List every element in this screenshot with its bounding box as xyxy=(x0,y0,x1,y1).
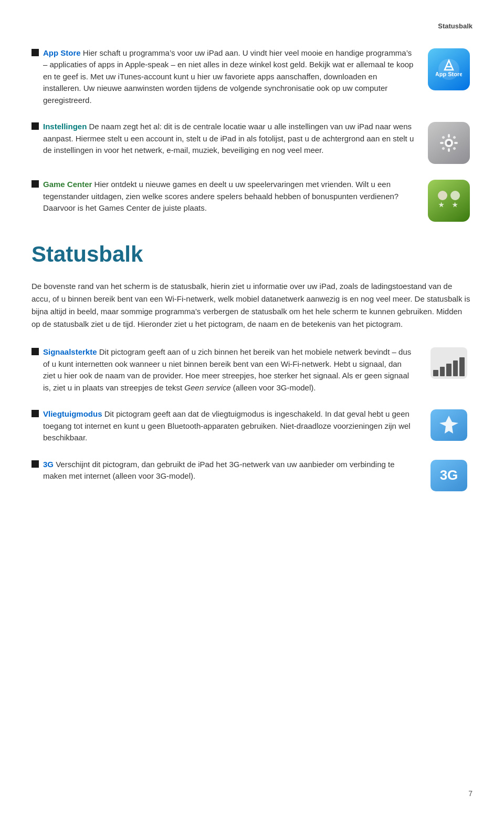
gamecenter-heading: Game Center xyxy=(43,180,92,189)
instellingen-content: Instellingen De naam zegt het al: dit is… xyxy=(43,121,416,157)
vliegtuigmodus-text-area: Vliegtuigmodus Dit pictogram geeft aan d… xyxy=(32,408,416,444)
signal-bar-3 xyxy=(446,364,452,376)
instellingen-heading: Instellingen xyxy=(43,122,87,131)
instellingen-bullet xyxy=(32,122,39,130)
vliegtuigmodus-heading: Vliegtuigmodus xyxy=(43,409,102,418)
instellingen-icon xyxy=(428,122,470,164)
threeg-section: 3G Verschijnt dit pictogram, dan gebruik… xyxy=(32,459,472,491)
threeg-bullet xyxy=(32,460,39,468)
gamecenter-text-area: Game Center Hier ontdekt u nieuwe games … xyxy=(32,179,416,214)
appstore-bullet xyxy=(32,49,39,56)
appstore-text-area: App Store Hier schaft u programma’s voor… xyxy=(32,47,416,107)
signaalsterkte-after: (alleen voor 3G-model). xyxy=(233,383,316,392)
gamecenter-icon-container: ★ ★ xyxy=(425,180,472,222)
threeg-heading: 3G xyxy=(43,460,54,469)
svg-point-4 xyxy=(447,141,451,145)
gamecenter-icon: ★ ★ xyxy=(428,180,470,222)
header-title: Statusbalk xyxy=(438,22,472,30)
instellingen-text-area: Instellingen De naam zegt het al: dit is… xyxy=(32,121,416,157)
svg-text:App Store: App Store xyxy=(436,71,462,77)
statusbalk-heading: Statusbalk xyxy=(32,238,472,271)
threeg-body: Verschijnt dit pictogram, dan gebruikt d… xyxy=(43,460,395,481)
instellingen-section: Instellingen De naam zegt het al: dit is… xyxy=(32,121,472,164)
vliegtuigmodus-section: Vliegtuigmodus Dit pictogram geeft aan d… xyxy=(32,408,472,444)
instellingen-icon-container xyxy=(425,122,472,164)
appstore-body: Hier schaft u programma’s voor uw iPad a… xyxy=(43,48,413,105)
signal-bar-1 xyxy=(433,370,438,376)
signaalsterkte-italic: Geen service xyxy=(184,383,230,392)
gamecenter-content: Game Center Hier ontdekt u nieuwe games … xyxy=(43,179,416,214)
vliegtuigmodus-content: Vliegtuigmodus Dit pictogram geeft aan d… xyxy=(43,408,416,444)
vliegtuigmodus-icon xyxy=(430,409,467,441)
appstore-svg: App Store xyxy=(436,56,462,82)
threeg-icon: 3G xyxy=(430,460,467,491)
svg-text:★: ★ xyxy=(452,201,458,209)
svg-rect-5 xyxy=(448,134,450,138)
signaalsterkte-section: Signaalsterkte Dit pictogram geeft aan o… xyxy=(32,346,472,394)
instellingen-svg xyxy=(436,130,462,156)
signaalsterkte-text-area: Signaalsterkte Dit pictogram geeft aan o… xyxy=(32,346,416,394)
appstore-heading: App Store xyxy=(43,48,81,57)
vliegtuigmodus-bullet xyxy=(32,410,39,417)
svg-rect-8 xyxy=(454,142,458,144)
svg-rect-9 xyxy=(442,136,445,139)
gamecenter-body: Hier ontdekt u nieuwe games en deelt u u… xyxy=(43,180,398,212)
signaalsterkte-icon xyxy=(430,347,467,379)
svg-rect-6 xyxy=(448,148,450,152)
appstore-section: App Store Hier schaft u programma’s voor… xyxy=(32,47,472,107)
gamecenter-bullet xyxy=(32,180,39,188)
page-number: 7 xyxy=(468,788,472,799)
signaalsterkte-heading: Signaalsterkte xyxy=(43,347,97,356)
signal-bar-4 xyxy=(453,360,458,376)
threeg-label: 3G xyxy=(440,465,458,486)
svg-rect-10 xyxy=(453,136,456,139)
signaalsterkte-bullet xyxy=(32,348,39,355)
gamecenter-svg: ★ ★ xyxy=(433,185,465,216)
signal-bar-2 xyxy=(440,367,445,376)
vliegtuigmodus-icon-container xyxy=(425,409,472,441)
svg-point-13 xyxy=(438,191,447,200)
gamecenter-section: Game Center Hier ontdekt u nieuwe games … xyxy=(32,179,472,222)
instellingen-body: De naam zegt het al: dit is de centrale … xyxy=(43,122,414,154)
threeg-text-area: 3G Verschijnt dit pictogram, dan gebruik… xyxy=(32,459,416,482)
statusbalk-intro: De bovenste rand van het scherm is de st… xyxy=(32,280,472,331)
appstore-icon: App Store xyxy=(428,48,470,90)
signal-bar-5 xyxy=(459,357,465,376)
svg-point-14 xyxy=(450,191,460,200)
threeg-content: 3G Verschijnt dit pictogram, dan gebruik… xyxy=(43,459,416,482)
threeg-icon-container: 3G xyxy=(425,460,472,491)
signaalsterkte-icon-container xyxy=(425,347,472,379)
svg-rect-7 xyxy=(440,142,444,144)
airplane-svg xyxy=(436,412,461,438)
signaalsterkte-content: Signaalsterkte Dit pictogram geeft aan o… xyxy=(43,346,416,394)
page: Statusbalk App Store Hier schaft u progr… xyxy=(0,0,504,815)
appstore-icon-container: App Store xyxy=(425,48,472,90)
svg-rect-11 xyxy=(442,147,445,150)
svg-text:★: ★ xyxy=(438,201,444,209)
appstore-content: App Store Hier schaft u programma’s voor… xyxy=(43,47,416,107)
page-header: Statusbalk xyxy=(32,21,472,32)
svg-rect-12 xyxy=(453,147,456,150)
